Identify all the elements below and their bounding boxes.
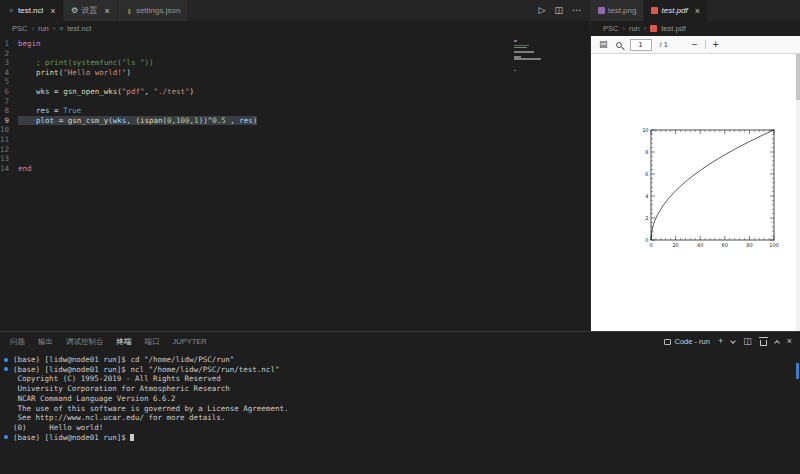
panel-tab-端口[interactable]: 端口: [145, 337, 160, 347]
line-number: 11: [0, 135, 18, 145]
command-decoration-icon[interactable]: [4, 435, 8, 439]
token: end: [18, 164, 32, 173]
line-number: 7: [0, 97, 18, 107]
sidebar-toggle-icon[interactable]: ▤: [599, 40, 608, 49]
minimap-line: [514, 58, 544, 60]
token: [18, 87, 36, 96]
code-line: 8 res = True: [0, 106, 590, 116]
terminal-line: The use of this software is governed by …: [13, 404, 800, 414]
tab-test.png[interactable]: test.png: [591, 0, 644, 21]
bottom-panel: 问题输出调试控制台终端端口JUPYTER Code - run + ◫ × (b…: [0, 331, 800, 474]
svg-text:40: 40: [697, 242, 703, 248]
breadcrumb-item[interactable]: test.pdf: [661, 24, 686, 33]
left-tab-bar: ≡test.ncl×⚙设置×{}settings.json ▷ ◫ ⋯: [0, 0, 590, 21]
token: ispan: [140, 116, 163, 125]
minimap-mark: [514, 51, 534, 53]
code-text: wks = gsn_open_wks("pdf", "./test"): [18, 87, 194, 97]
code-line: 5: [0, 77, 590, 87]
breadcrumb-item[interactable]: PSC: [12, 24, 27, 33]
code-editor[interactable]: 1begin23 ; print(systemfunc("ls "))4 pri…: [0, 36, 590, 331]
minimap[interactable]: [514, 40, 544, 72]
terminal-icon: [664, 339, 671, 345]
panel-tab-终端[interactable]: 终端: [117, 337, 132, 347]
terminal[interactable]: (base) [lidw@node01 run]$ cd "/home/lidw…: [0, 351, 800, 474]
panel-tab-调试控制台[interactable]: 调试控制台: [66, 337, 104, 347]
panel-actions: Code - run + ◫ ×: [664, 337, 792, 346]
token: res: [36, 106, 50, 115]
more-actions-button[interactable]: ⋯: [572, 6, 581, 15]
panel-header: 问题输出调试控制台终端端口JUPYTER Code - run + ◫ ×: [0, 332, 800, 351]
panel-tab-JUPYTER[interactable]: JUPYTER: [173, 337, 207, 347]
line-number: 1: [0, 39, 18, 49]
zoom-out-button[interactable]: −: [692, 40, 698, 50]
panel-tabs: 问题输出调试控制台终端端口JUPYTER: [10, 337, 207, 347]
terminal-picker[interactable]: Code - run: [664, 337, 710, 346]
breadcrumb-left: PSC›run›≡test.ncl: [0, 21, 590, 36]
tab-test.pdf[interactable]: test.pdf×: [644, 0, 708, 21]
new-terminal-button[interactable]: +: [718, 337, 723, 346]
token: 0.5: [212, 116, 226, 125]
split-terminal-button[interactable]: ◫: [743, 337, 752, 346]
split-editor-button[interactable]: ◫: [554, 6, 563, 15]
close-icon[interactable]: ×: [105, 6, 110, 16]
editor-group-left: ≡test.ncl×⚙设置×{}settings.json ▷ ◫ ⋯ PSC›…: [0, 0, 591, 331]
terminal-dropdown-icon[interactable]: [730, 338, 736, 344]
editor-group-right: test.pngtest.pdf× PSC›run›test.pdf ▤ / 1…: [591, 0, 800, 331]
breadcrumb-separator: ›: [31, 24, 34, 33]
token: begin: [18, 39, 41, 48]
right-tabs: test.pngtest.pdf×: [591, 0, 708, 21]
command-decoration-icon[interactable]: [4, 358, 8, 362]
minimap-mark: [514, 47, 527, 49]
tab-settings.json[interactable]: {}settings.json: [118, 0, 188, 21]
pdf-toolbar: ▤ / 1 − +: [591, 36, 800, 54]
json-icon: {}: [125, 7, 133, 15]
editor-actions: ▷ ◫ ⋯: [530, 0, 590, 21]
pdf-scrollbar[interactable]: [796, 54, 800, 331]
panel-tab-问题[interactable]: 问题: [10, 337, 25, 347]
breadcrumb-item[interactable]: PSC: [603, 24, 618, 33]
tab-test.ncl[interactable]: ≡test.ncl×: [0, 0, 64, 21]
token: ): [253, 116, 258, 125]
toolbar-divider: [705, 40, 706, 49]
minimap-line: [514, 70, 544, 72]
code-line: 3 ; print(systemfunc("ls ")): [0, 58, 590, 68]
close-icon[interactable]: ×: [695, 6, 700, 16]
terminal-text: University Corporation for Atmospheric R…: [13, 384, 230, 393]
kill-terminal-icon[interactable]: [760, 340, 767, 346]
terminal-text: (base) [lidw@node01 run]$ ncl "/home/lid…: [13, 365, 279, 374]
gear-icon: ⚙: [71, 7, 79, 15]
svg-text:20: 20: [672, 242, 678, 248]
breadcrumb-item[interactable]: run: [38, 24, 49, 33]
command-decoration-icon[interactable]: [4, 367, 8, 371]
search-icon[interactable]: [616, 42, 622, 48]
minimap-mark: [514, 58, 541, 60]
token: wks: [36, 87, 50, 96]
tab-设置[interactable]: ⚙设置×: [64, 0, 118, 21]
breadcrumb-separator: ›: [644, 24, 647, 33]
token: ): [190, 87, 195, 96]
line-number: 10: [0, 125, 18, 135]
token: res: [239, 116, 253, 125]
close-panel-icon[interactable]: ×: [787, 337, 792, 346]
token: "./test": [153, 87, 189, 96]
maximize-panel-icon[interactable]: [774, 340, 780, 346]
page-total-label: / 1: [660, 40, 668, 49]
token: True: [63, 106, 81, 115]
line-number: 3: [0, 58, 18, 68]
panel-tab-输出[interactable]: 输出: [38, 337, 53, 347]
token: =: [54, 116, 68, 125]
code-line: 10: [0, 125, 590, 135]
run-file-button[interactable]: ▷: [539, 6, 546, 15]
page-number-input[interactable]: [630, 39, 652, 51]
token: "Hello world!": [63, 68, 126, 77]
pdf-icon: [650, 25, 657, 32]
token: [18, 106, 36, 115]
minimap-mark: [514, 70, 516, 72]
terminal-text: Copyright (C) 1995-2019 - All Rights Res…: [13, 374, 221, 383]
close-icon[interactable]: ×: [50, 6, 55, 16]
breadcrumb-item[interactable]: test.ncl: [67, 24, 91, 33]
breadcrumb-item[interactable]: run: [629, 24, 640, 33]
zoom-in-button[interactable]: +: [713, 40, 719, 50]
terminal-line: See http://www.ncl.ucar.edu/ for more de…: [13, 413, 800, 423]
pdf-scrollbar-thumb[interactable]: [796, 54, 800, 100]
